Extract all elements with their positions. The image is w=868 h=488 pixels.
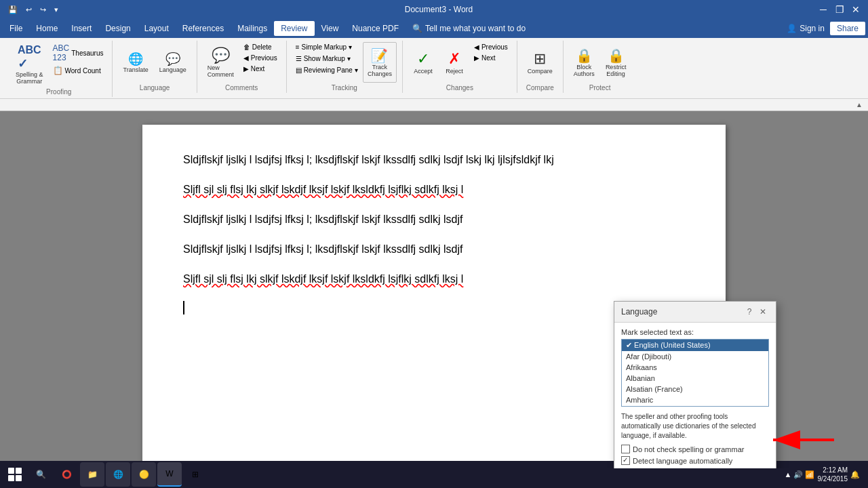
- reject-button[interactable]: ✗ Reject: [439, 42, 469, 83]
- reviewing-pane-label: Reviewing Pane: [304, 66, 353, 74]
- proofing-buttons: ABC✓ Spelling &Grammar ABC123 Thesaurus …: [11, 42, 106, 87]
- track-changes-button[interactable]: 📝 TrackChanges: [363, 42, 397, 83]
- tracking-buttons: ≡ Simple Markup ▾ ☰ Show Markup ▾ ▤ Revi…: [292, 42, 397, 83]
- restrict-editing-button[interactable]: 🔒 RestrictEditing: [601, 42, 631, 83]
- menu-tell-me[interactable]: 🔍 Tell me what you want to do: [406, 21, 532, 36]
- language-list[interactable]: ✔ English (United States) Afar (Djibouti…: [621, 339, 769, 407]
- new-comment-button[interactable]: 💬 NewComment: [203, 42, 239, 83]
- lang-afar-djibouti[interactable]: Afar (Djibouti): [622, 351, 768, 362]
- windows-logo: [8, 468, 22, 481]
- lang-afrikaans[interactable]: Afrikaans: [622, 362, 768, 373]
- text-cursor: [183, 301, 184, 314]
- comments-buttons: 💬 NewComment 🗑 Delete ◀ Previous ▶ Next: [203, 42, 281, 83]
- restore-button[interactable]: ❐: [833, 3, 846, 16]
- win-sq-2: [16, 468, 22, 474]
- compare-label: Compare: [528, 68, 553, 75]
- share-button[interactable]: Share: [830, 22, 865, 35]
- taskbar-date-display: 9/24/2015: [818, 474, 848, 483]
- word-count-button[interactable]: 📋 Word Count: [50, 64, 107, 77]
- cortana-taskbar-button[interactable]: ⭕: [54, 462, 79, 487]
- dialog-title: Language: [621, 307, 657, 317]
- word-count-label: Word Count: [65, 67, 101, 75]
- lang-arabic-algeria[interactable]: Arabic (Algeria): [622, 405, 768, 407]
- menu-nuance[interactable]: Nuance PDF: [345, 21, 406, 36]
- previous-comment-button[interactable]: ◀ Previous: [240, 53, 281, 63]
- ribbon-bottom-bar: ▲: [0, 99, 868, 111]
- document-area: Sldjflskjf ljslkj l lsdjfsj lfksj l; lks…: [0, 111, 868, 468]
- paragraph-2: Sljfl sjl slj flsj lkj slkjf lskdjf lksj…: [183, 182, 685, 198]
- ribbon-group-comments: 💬 NewComment 🗑 Delete ◀ Previous ▶ Next: [197, 41, 287, 93]
- menu-review[interactable]: Review: [274, 21, 314, 36]
- lang-albanian[interactable]: Albanian: [622, 373, 768, 384]
- dialog-help-button[interactable]: ?: [743, 306, 755, 318]
- menu-insert[interactable]: Insert: [64, 21, 98, 36]
- spelling-label: Spelling &Grammar: [16, 71, 43, 85]
- prev-change-button[interactable]: ◀ Previous: [471, 42, 511, 52]
- customize-qa-icon[interactable]: ▾: [52, 4, 61, 16]
- no-spelling-checkbox[interactable]: [621, 445, 630, 453]
- menu-file[interactable]: File: [3, 21, 29, 36]
- ribbon-groups: ABC✓ Spelling &Grammar ABC123 Thesaurus …: [5, 41, 863, 97]
- save-qa-icon[interactable]: 💾: [5, 4, 20, 16]
- close-button[interactable]: ✕: [849, 3, 863, 16]
- menu-mailings[interactable]: Mailings: [231, 21, 274, 36]
- file-explorer-taskbar-button[interactable]: 📁: [80, 462, 104, 487]
- simple-markup-label: Simple Markup: [301, 43, 347, 51]
- block-authors-button[interactable]: 🔒 BlockAuthors: [569, 42, 599, 83]
- ribbon-group-language: 🌐 Translate 💬 Language Language: [113, 41, 197, 93]
- ribbon-group-changes: ✓ Accept ✗ Reject ◀ Previous ▶ Next: [403, 41, 517, 93]
- undo-qa-icon[interactable]: ↩: [23, 4, 35, 16]
- accept-button[interactable]: ✓ Accept: [408, 42, 438, 83]
- menu-view[interactable]: View: [315, 21, 346, 36]
- tell-me-label: Tell me what you want to do: [425, 24, 526, 33]
- next-change-button[interactable]: ▶ Next: [471, 53, 511, 63]
- lang-alsatian-france[interactable]: Alsatian (France): [622, 384, 768, 394]
- dialog-close-button[interactable]: ✕: [757, 306, 769, 318]
- show-markup-button[interactable]: ☰ Show Markup ▾: [292, 54, 361, 64]
- next-change-icon: ▶: [474, 54, 479, 62]
- window-controls: ─ ❐ ✕: [816, 3, 863, 16]
- simple-markup-button[interactable]: ≡ Simple Markup ▾: [292, 42, 361, 52]
- thesaurus-button[interactable]: ABC123 Thesaurus: [50, 42, 107, 64]
- signin-button[interactable]: 👤 Sign in: [787, 24, 825, 33]
- reject-label: Reject: [446, 68, 463, 75]
- lang-english-us[interactable]: ✔ English (United States): [622, 340, 768, 351]
- collapse-ribbon-button[interactable]: ▲: [856, 101, 863, 108]
- word-taskbar-button[interactable]: W: [157, 462, 182, 487]
- menu-layout[interactable]: Layout: [138, 21, 176, 36]
- language-button[interactable]: 💬 Language: [155, 42, 191, 83]
- delete-comment-button[interactable]: 🗑 Delete: [240, 42, 281, 52]
- dialog-title-bar: Language ? ✕: [614, 302, 776, 323]
- compare-button[interactable]: ⊞ Compare: [523, 42, 557, 83]
- block-authors-label: BlockAuthors: [574, 64, 595, 77]
- detect-lang-checkbox[interactable]: [621, 456, 630, 465]
- next-comment-button[interactable]: ▶ Next: [240, 64, 281, 74]
- tiles-taskbar-button[interactable]: ⊞: [183, 462, 208, 487]
- dialog-description: The speller and other proofing tools aut…: [621, 412, 769, 441]
- reviewing-pane-button[interactable]: ▤ Reviewing Pane ▾: [292, 65, 361, 75]
- menu-references[interactable]: References: [176, 21, 231, 36]
- minimize-button[interactable]: ─: [816, 3, 830, 16]
- translate-button[interactable]: 🌐 Translate: [118, 42, 153, 83]
- thesaurus-label: Thesaurus: [71, 49, 103, 57]
- start-button[interactable]: [3, 462, 27, 487]
- thesaurus-icon: ABC123: [53, 43, 70, 62]
- quick-access-toolbar: 💾 ↩ ↪ ▾: [5, 4, 61, 16]
- search-taskbar-button[interactable]: 🔍: [28, 462, 53, 487]
- title-bar-left: 💾 ↩ ↪ ▾: [5, 4, 61, 16]
- spelling-grammar-button[interactable]: ABC✓ Spelling &Grammar: [11, 42, 48, 87]
- redo-qa-icon[interactable]: ↪: [37, 4, 49, 16]
- ie-taskbar-button[interactable]: 🌐: [106, 462, 130, 487]
- lang-amharic[interactable]: Amharic: [622, 394, 768, 405]
- ribbon: ABC✓ Spelling &Grammar ABC123 Thesaurus …: [0, 38, 868, 99]
- translate-icon: 🌐: [128, 52, 143, 66]
- win-sq-3: [8, 475, 14, 481]
- taskbar-clock: 2:12 AM 9/24/2015: [818, 466, 848, 483]
- notifications-icon[interactable]: 🔔: [850, 470, 860, 479]
- menu-design[interactable]: Design: [98, 21, 137, 36]
- language-buttons: 🌐 Translate 💬 Language: [118, 42, 191, 83]
- reviewing-pane-icon: ▤: [296, 66, 302, 74]
- win-sq-1: [8, 468, 14, 474]
- chrome-taskbar-button[interactable]: 🟡: [132, 462, 156, 487]
- menu-home[interactable]: Home: [29, 21, 64, 36]
